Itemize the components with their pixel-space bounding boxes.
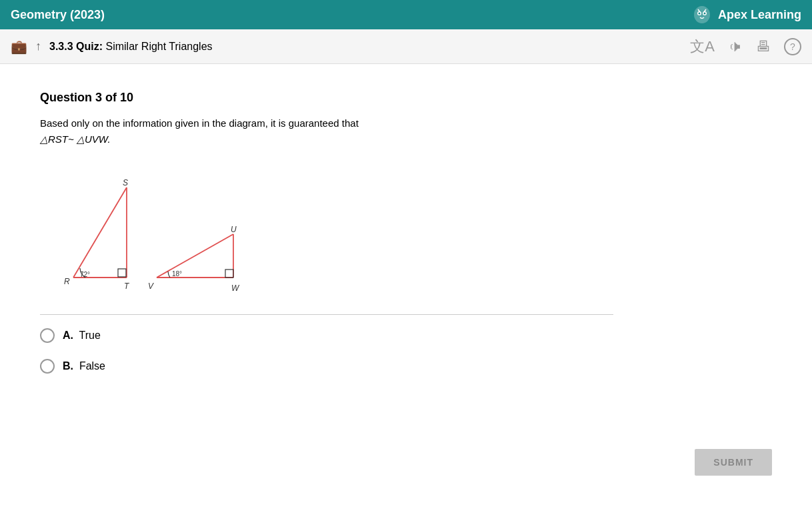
help-icon[interactable]: ? (784, 38, 801, 55)
svg-text:S: S (123, 178, 128, 187)
question-text-part1: Based only on the information given in t… (40, 117, 359, 129)
logo-text: Apex Learning (718, 8, 801, 22)
submit-button[interactable]: SUBMIT (695, 449, 772, 476)
radio-b[interactable] (40, 359, 55, 374)
quiz-breadcrumb: 3.3.3 Quiz: Similar Right Triangles (49, 41, 213, 53)
answer-option-b[interactable]: B. False (40, 359, 600, 374)
answer-label-b: B. False (63, 360, 105, 372)
submit-area: SUBMIT (695, 449, 772, 476)
radio-a[interactable] (40, 328, 55, 343)
svg-text:72°: 72° (80, 271, 90, 278)
apex-logo: Apex Learning (691, 4, 801, 25)
question-text-part2: △RST~ △UVW. (40, 133, 111, 145)
answer-label-a: A. True (63, 330, 101, 342)
answer-option-a[interactable]: A. True (40, 328, 600, 343)
apex-logo-icon (691, 4, 713, 25)
nav-right: 文A 🕩 🖶 ? (690, 37, 801, 57)
question-text: Based only on the information given in t… (40, 115, 600, 147)
svg-text:T: T (124, 282, 130, 291)
quiz-name: Similar Right Triangles (105, 41, 212, 52)
section-divider (40, 314, 613, 315)
svg-point-4 (703, 13, 705, 15)
triangles-diagram: S R T 72° U V W 18° (40, 161, 253, 301)
svg-text:U: U (231, 225, 237, 234)
svg-text:18°: 18° (172, 270, 182, 278)
svg-point-3 (698, 13, 700, 15)
svg-line-13 (157, 234, 233, 278)
svg-text:V: V (148, 282, 154, 291)
svg-text:W: W (231, 284, 240, 293)
main-content: Question 3 of 10 Based only on the infor… (0, 64, 640, 400)
nav-bar: 💼 ↑ 3.3.3 Quiz: Similar Right Triangles … (0, 29, 812, 64)
briefcase-icon[interactable]: 💼 (11, 39, 27, 55)
print-icon[interactable]: 🖶 (756, 38, 771, 55)
svg-rect-8 (118, 269, 126, 277)
svg-line-5 (73, 187, 127, 278)
svg-rect-16 (225, 270, 233, 278)
course-title: Geometry (2023) (11, 8, 105, 22)
top-header: Geometry (2023) Apex Learning (0, 0, 812, 29)
audio-icon[interactable]: 🕩 (728, 38, 743, 55)
quiz-number: 3.3.3 Quiz: (49, 41, 103, 52)
svg-text:R: R (64, 277, 70, 286)
question-label: Question 3 of 10 (40, 91, 600, 105)
answer-choices: A. True B. False (40, 328, 600, 374)
translate-icon[interactable]: 文A (690, 37, 715, 57)
up-arrow-icon[interactable]: ↑ (35, 39, 41, 53)
svg-point-0 (694, 6, 710, 23)
diagram-container: S R T 72° U V W 18° (40, 161, 600, 301)
nav-left: 💼 ↑ 3.3.3 Quiz: Similar Right Triangles (11, 39, 213, 55)
